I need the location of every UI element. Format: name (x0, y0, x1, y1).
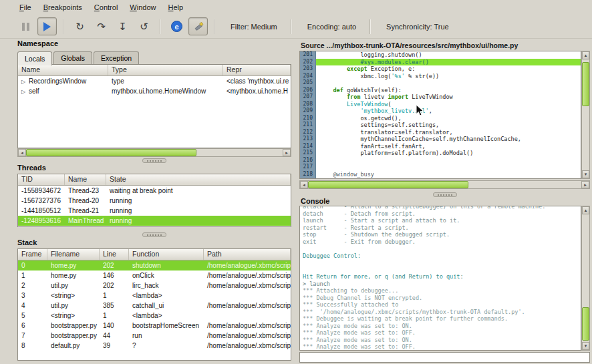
code-line: 213 mythChannelIconCache=self.mythChanne… (300, 136, 581, 143)
table-row[interactable]: 5 <string> 1 <lambda> (18, 311, 291, 321)
cell: ? (129, 341, 204, 351)
console-vscrollbar[interactable]: ▴ ▾ (581, 206, 590, 351)
table-row[interactable]: ▷RecordingsWindow type <class 'mythbox.u… (18, 76, 291, 86)
column-header[interactable]: Frame (18, 249, 47, 260)
table-row[interactable]: 4 util.py 385 catchall_ui /home/analogue… (18, 301, 291, 311)
pause-icon (22, 23, 29, 31)
table-row[interactable]: 2 util.py 202 lirc_hack /home/analogue/.… (18, 281, 291, 291)
column-header[interactable]: Filename (47, 249, 100, 260)
line-number: 218 (300, 171, 316, 178)
console-line: *** Successfully attached to (303, 301, 581, 309)
namespace-hscrollbar[interactable]: ◂ ▸ (17, 148, 291, 157)
scrollbar-track[interactable] (26, 149, 283, 156)
namespace-tab[interactable]: Globals (53, 51, 92, 65)
scrollbar-track[interactable] (582, 214, 589, 342)
table-row[interactable]: -1441850512 Thread-21 running (18, 206, 291, 216)
table-row[interactable]: 0 home.py 202 shutdown /home/analogue/.x… (18, 260, 291, 270)
scroll-down-icon[interactable]: ▾ (582, 342, 589, 350)
step-into-button[interactable]: ↷ (92, 17, 111, 35)
cell: bootstrapHomeScreen (129, 321, 204, 331)
scrollbar-track[interactable] (308, 181, 581, 188)
cell: 3 (18, 291, 47, 301)
line-number: 209 (300, 108, 316, 115)
cell: 4 (18, 301, 47, 311)
console-line (303, 266, 581, 274)
menu-item[interactable]: Help (162, 1, 189, 13)
table-row[interactable]: 3 <string> 1 <lambda> (18, 291, 291, 301)
cell: /home/analogue/.xbmc/scrip... (204, 281, 291, 291)
scroll-up-icon[interactable]: ▴ (582, 51, 589, 59)
column-header[interactable]: Type (108, 65, 223, 75)
menu-item[interactable]: Breakpoints (37, 1, 88, 13)
console-input[interactable] (299, 352, 590, 363)
step-over-button[interactable]: ↻ (70, 17, 90, 35)
column-header[interactable]: Repr (223, 65, 291, 75)
source-hscrollbar[interactable]: ◂ ▸ (299, 180, 590, 189)
table-row[interactable]: -1248953616 MainThread running (18, 216, 291, 226)
table-row[interactable]: 6 bootstrapper.py 140 bootstrapHomeScree… (18, 321, 291, 331)
cell: 44 (100, 331, 129, 341)
namespace-threads-splitter[interactable] (142, 158, 166, 163)
line-number: 201 (300, 51, 316, 59)
scrollbar-track[interactable] (582, 59, 589, 170)
menu-item[interactable]: File (13, 1, 37, 13)
column-header[interactable]: State (106, 174, 291, 185)
namespace-tab[interactable]: Exception (94, 51, 139, 65)
scrollbar-thumb[interactable] (308, 181, 468, 188)
run-button[interactable] (37, 17, 57, 35)
column-header[interactable]: Path (204, 249, 291, 260)
column-header[interactable]: Function (129, 249, 204, 260)
scroll-left-icon[interactable]: ◂ (300, 181, 308, 188)
source-editor: 201 logging.shutdown() 202 #sys.modules.… (299, 51, 581, 179)
column-header[interactable]: TID (18, 174, 65, 185)
source-vscrollbar[interactable]: ▴ ▾ (581, 51, 590, 179)
encoding-toggle-button[interactable]: e (167, 17, 186, 35)
table-row[interactable]: -1558934672 Thread-23 waiting at break p… (18, 186, 291, 196)
console-line: detach - Detach from script. (303, 210, 581, 218)
scroll-down-icon[interactable]: ▾ (582, 170, 589, 178)
scrollbar-thumb[interactable] (582, 307, 589, 341)
menu-item[interactable]: Window (124, 1, 162, 13)
code-text: xbmc.log('%s' % str(e)) (316, 73, 581, 80)
table-row[interactable]: 1 home.py 146 onClick /home/analogue/.xb… (18, 270, 291, 281)
line-number: 213 (300, 136, 316, 143)
namespace-tab[interactable]: Locals (17, 51, 52, 65)
expander-icon[interactable]: ▷ (21, 87, 29, 96)
column-header[interactable]: Name (18, 65, 108, 75)
cell: running (106, 216, 291, 226)
scrollbar-thumb[interactable] (26, 149, 196, 156)
step-out-button[interactable]: ↧ (113, 17, 132, 35)
console-line: Debuggee Control: (303, 252, 581, 260)
cell: catchall_ui (129, 301, 204, 311)
restart-button[interactable]: ↺ (134, 17, 154, 35)
table-row[interactable]: ▷self mythbox.ui.home.HomeWindow <mythbo… (18, 86, 291, 96)
stack-table-header: FrameFilenameLineFunctionPath (18, 249, 291, 260)
cell: mythbox.ui.home.HomeWindow (108, 86, 223, 96)
scroll-left-icon[interactable]: ◂ (18, 149, 26, 156)
cell: 1 (100, 311, 129, 321)
code-line: 218 @window_busy (300, 171, 581, 178)
scrollbar-thumb[interactable] (582, 62, 589, 106)
code-text: @window_busy (316, 171, 581, 178)
scroll-right-icon[interactable]: ▸ (283, 149, 291, 156)
expander-icon[interactable]: ▷ (21, 77, 29, 86)
threads-stack-splitter[interactable] (142, 232, 166, 237)
scroll-right-icon[interactable]: ▸ (581, 181, 589, 188)
menu-item[interactable]: Control (88, 1, 124, 13)
table-row[interactable]: -1567327376 Thread-20 running (18, 196, 291, 206)
source-console-splitter[interactable] (433, 192, 457, 197)
cell: 202 (100, 260, 129, 270)
synchronicity-status: Synchronicity: True (377, 23, 458, 31)
cell: 146 (100, 270, 129, 281)
code-text: settings=self.settings, (316, 122, 581, 129)
table-row[interactable]: 8 default.py 39 ? /home/analogue/.xbmc/s… (18, 341, 291, 351)
column-header[interactable]: Line (100, 249, 129, 260)
line-number: 211 (300, 122, 316, 129)
scroll-up-icon[interactable]: ▴ (582, 206, 589, 214)
pause-button[interactable] (16, 17, 35, 35)
cell: ▷RecordingsWindow (18, 76, 108, 86)
table-row[interactable]: 7 bootstrapper.py 44 run /home/analogue/… (18, 331, 291, 341)
cell: home.py (47, 270, 100, 281)
analyze-toggle-button[interactable] (188, 17, 208, 35)
column-header[interactable]: Name (65, 174, 106, 185)
